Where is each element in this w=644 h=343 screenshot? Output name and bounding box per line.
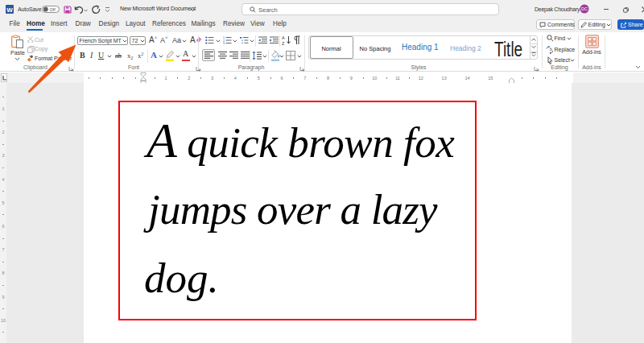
svg-text:DC: DC (581, 6, 588, 11)
svg-text:3: 3 (223, 42, 225, 44)
svg-text:W: W (6, 6, 13, 14)
svg-text:A: A (282, 35, 285, 40)
svg-text:Off: Off (50, 7, 56, 12)
svg-text:b: b (550, 47, 552, 52)
svg-text:Z: Z (282, 41, 285, 46)
